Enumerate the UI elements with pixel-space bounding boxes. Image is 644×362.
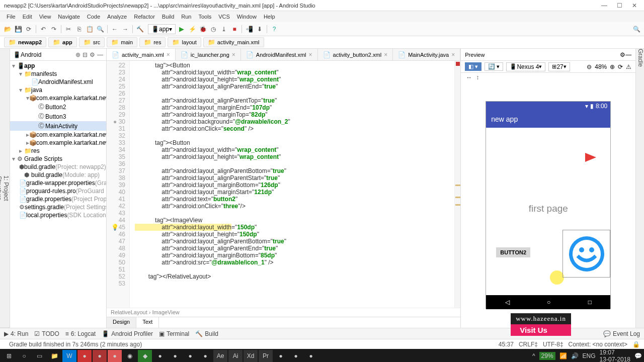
tool-logcat[interactable]: ≡6: Logcat [65,330,96,337]
breadcrumb-item[interactable]: 📁layout [168,37,201,47]
tree-item[interactable]: ⒸMainActivity [10,121,106,131]
wifi-icon[interactable]: 📶 [559,352,567,359]
tree-item[interactable]: ▾📁manifests [10,70,106,78]
menu-build[interactable]: Build [158,14,178,20]
profile-icon[interactable]: ◷ [209,25,218,34]
tray-chevron[interactable]: ^ [532,352,535,359]
tree-item[interactable]: ▸📦com.example.kartarkat.newa [10,131,106,139]
app-icon[interactable]: ● [93,350,107,362]
gradle-tool-button[interactable]: Gradle [637,49,644,67]
menu-run[interactable]: Run [178,14,195,20]
event-log-button[interactable]: 💬Event Log [603,330,640,337]
breadcrumb-item[interactable]: 📁main [107,37,137,47]
save-icon[interactable]: 💾 [14,25,23,34]
avd-icon[interactable]: 📲 [245,25,254,34]
tool-terminal[interactable]: ▣Terminal [159,330,189,337]
tree-item[interactable]: ▾📦com.example.kartarkat.newa [10,94,106,102]
resize-h-icon[interactable]: ↔ [466,74,472,81]
code-breadcrumb[interactable]: RelativeLayout › ImageView [107,308,460,317]
menu-code[interactable]: Code [84,14,104,20]
sync-icon[interactable]: ⟳ [24,25,33,34]
gear-icon[interactable]: ⚙ [620,51,625,58]
editor-tab[interactable]: 📄ic_launcher.png× [176,49,241,60]
start-button[interactable]: ⊞ [2,350,16,362]
forward-icon[interactable]: → [121,25,130,34]
search-icon[interactable]: 🔍 [96,25,105,34]
menu-help[interactable]: Help [260,14,279,20]
breadcrumb-item[interactable]: 📁src [79,37,105,47]
debug-icon[interactable]: 🐞 [198,25,207,34]
editor-tab[interactable]: 📄AndroidManifest.xml× [241,49,318,60]
app-icon[interactable]: ● [198,350,212,362]
tree-item[interactable]: ▾📱app [10,62,106,70]
breadcrumb-item[interactable]: 📁res [139,37,166,47]
menu-edit[interactable]: Edit [19,14,36,20]
paste-icon[interactable]: 📋 [85,25,94,34]
warnings-icon[interactable]: ⚠ [626,63,631,70]
minimize-button[interactable]: — [599,2,610,9]
tree-item[interactable]: ▸📦com.example.kartarkat.newa [10,139,106,147]
stop-icon[interactable]: ■ [230,25,239,34]
collapse-icon[interactable]: ⊟ [83,51,88,58]
zoom-in-icon[interactable]: ⊕ [610,63,615,70]
breadcrumb-item[interactable]: 📁activity_main.xml [203,37,264,47]
line-separator[interactable]: CRLF‡ [519,341,538,348]
tree-item[interactable]: 📄gradle-wrapper.properties (Gra [10,179,106,187]
attach-icon[interactable]: ⤓ [219,25,228,34]
tree-item[interactable]: ▾📁java [10,86,106,94]
api-selector[interactable]: ⊞ 27 ▾ [548,62,570,71]
notification-icon[interactable]: 💬 [634,352,642,359]
help-icon[interactable]: ? [270,25,279,34]
context-label[interactable]: Context: <no context> [569,341,627,348]
sdk-icon[interactable]: ⬇ [255,25,264,34]
app-icon[interactable]: W [62,350,76,362]
zoom-out-icon[interactable]: ⊖ [587,63,592,70]
app-icon[interactable]: ● [77,350,92,362]
back-icon[interactable]: ← [110,25,119,34]
run-button[interactable]: ▶ [177,25,186,34]
tool-androidprofiler[interactable]: 📱Android Profiler [102,330,153,337]
tree-item[interactable]: 📄local.properties (SDK Location) [10,211,106,219]
copy-icon[interactable]: ⎘ [74,25,84,34]
tree-item[interactable]: ⬢build.gradle (Module: app) [10,171,106,179]
hide-icon[interactable]: — [97,51,103,58]
editor-tab[interactable]: 📄MainActivity.java× [393,49,460,60]
close-button[interactable]: ✕ [629,2,640,9]
lock-icon[interactable]: 🔒 [632,341,640,348]
tab-text[interactable]: Text [136,317,159,328]
tool-todo[interactable]: ☑TODO [34,330,59,337]
menu-tools[interactable]: Tools [195,14,215,20]
clock-time[interactable]: 19:07 [600,349,630,356]
gear-icon[interactable]: ⚙ [90,51,95,58]
menu-window[interactable]: Window [233,14,260,20]
app-icon[interactable]: Ai [228,350,243,362]
device-preview[interactable]: ▾ ▮ 8:00 new app first page BUTTON2 [486,101,611,309]
breadcrumb-item[interactable]: 📁newapp2 [4,37,46,47]
app-icon[interactable]: ● [274,350,288,362]
tree-item[interactable]: ⒸButton3 [10,112,106,121]
tab-design[interactable]: Design [107,317,136,328]
editor-tab[interactable]: 📄activity_main.xml× [107,49,176,60]
tree-item[interactable]: 📄gradle.properties (Project Prope [10,195,106,203]
tree-item[interactable]: ▾⚙Gradle Scripts [10,155,106,163]
app-icon[interactable]: Ae [213,350,227,362]
app-icon[interactable]: ● [183,350,197,362]
undo-icon[interactable]: ↶ [39,25,48,34]
promo-button[interactable]: Visit Us [511,324,571,336]
refresh-icon[interactable]: ⟳ [618,63,623,70]
breadcrumb-item[interactable]: 📁app [48,37,77,47]
make-icon[interactable]: 🔨 [135,25,144,34]
app-icon[interactable]: ● [153,350,167,362]
tool-run[interactable]: ▶4: Run [4,330,28,337]
scroll-from-source-icon[interactable]: ⊕ [75,51,80,58]
search-everywhere-icon[interactable]: 🔍 [632,25,641,34]
app-icon[interactable]: Xd [244,350,258,362]
menu-refactor[interactable]: Refactor [130,14,158,20]
surface-selector[interactable]: ◧ ▾ [465,62,481,71]
tree-item[interactable]: ⒸButton2 [10,102,106,112]
tree-item[interactable]: ⚙settings.gradle (Project Settings [10,203,106,211]
apply-changes-icon[interactable]: ⚡ [188,25,197,34]
maximize-button[interactable]: ☐ [614,2,625,9]
volume-icon[interactable]: 🔊 [571,352,579,359]
structure-tool-button[interactable]: Structure [0,49,3,328]
